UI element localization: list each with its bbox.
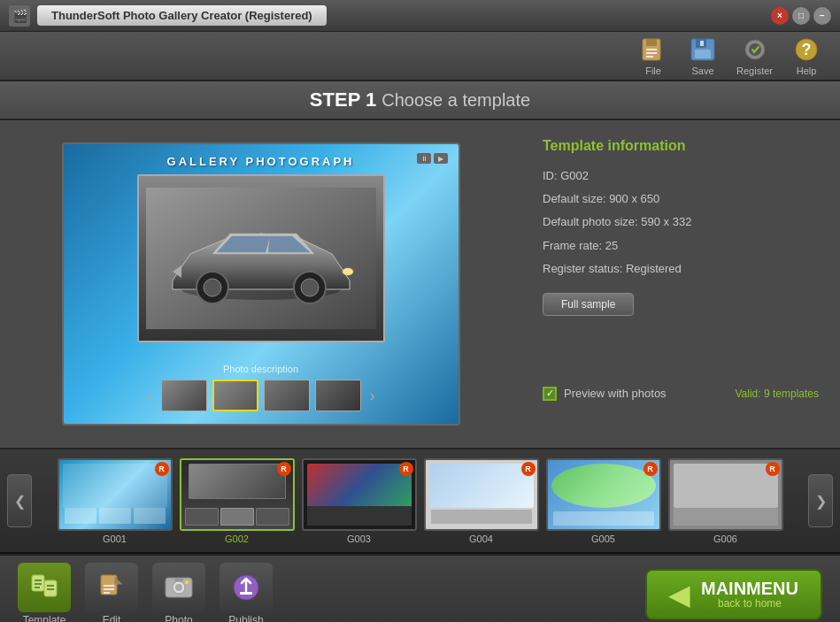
svg-text:?: ? (802, 41, 812, 58)
svg-point-19 (343, 268, 353, 275)
template-id-g004: G004 (469, 534, 493, 544)
edit-nav-icon (85, 563, 138, 612)
svg-rect-34 (174, 578, 183, 581)
preview-pane: GALLERY PHOTOGRAPH ⏸ ▶ (0, 120, 521, 448)
template-item-g005[interactable]: R G005 (546, 458, 661, 544)
register-status-row: Register status: Registered (543, 261, 819, 277)
svg-point-10 (749, 43, 761, 56)
gallery-label: GALLERY PHOTOGRAPH (167, 155, 355, 168)
svg-point-18 (301, 279, 319, 296)
svg-point-35 (185, 580, 189, 584)
save-label: Save (691, 65, 713, 76)
thumbnail-3[interactable] (264, 380, 310, 411)
valid-label: Valid: 9 templates (736, 388, 820, 400)
template-item-g004[interactable]: R G004 (424, 458, 539, 544)
nav-photo[interactable]: Photo (152, 563, 205, 622)
nav-edit[interactable]: Edit (85, 563, 138, 622)
mainmenu-label: MAINMENU (701, 580, 798, 597)
nav-publish-label: Publish (228, 614, 263, 622)
register-label: Register (736, 65, 773, 76)
file-button[interactable]: File (637, 35, 669, 76)
template-preview: GALLERY PHOTOGRAPH ⏸ ▶ (62, 142, 460, 426)
info-pane: Template information ID: G002 Default si… (521, 120, 840, 448)
preview-with-photos-row: ✓ Preview with photos Valid: 9 templates (543, 387, 819, 401)
nav-publish[interactable]: Publish (220, 563, 273, 622)
svg-rect-20 (32, 575, 44, 591)
svg-point-16 (204, 279, 221, 296)
restore-button[interactable]: □ (792, 7, 810, 25)
minimize-button[interactable]: − (813, 7, 831, 25)
nav-template-label: Template (23, 614, 66, 622)
svg-rect-8 (700, 41, 704, 46)
svg-rect-7 (695, 50, 711, 58)
template-id-g002: G002 (225, 534, 249, 544)
step-description: Choose a template (381, 90, 530, 111)
nav-edit-label: Edit (103, 614, 121, 622)
template-items: R G001 R G002 (35, 458, 805, 544)
badge-g006: R (766, 462, 780, 476)
file-icon (637, 35, 669, 64)
help-button[interactable]: ? Help (790, 35, 822, 76)
carousel-next-arrow[interactable]: ❯ (808, 474, 833, 527)
default-size-row: Default size: 900 x 650 (543, 191, 819, 207)
svg-point-33 (175, 584, 182, 591)
template-id-g006: G006 (713, 534, 737, 544)
template-item-g001[interactable]: R G001 (58, 458, 173, 544)
thumbnail-4[interactable] (315, 380, 361, 411)
template-item-g003[interactable]: R G003 (302, 458, 417, 544)
badge-g001: R (155, 462, 169, 476)
template-thumb-g004: R (424, 458, 539, 531)
template-thumb-g002: R (180, 458, 295, 531)
template-nav-icon (18, 563, 71, 612)
close-button[interactable]: × (771, 7, 789, 25)
save-icon (687, 35, 719, 64)
help-icon: ? (790, 35, 822, 64)
badge-g002: R (277, 462, 291, 476)
pause-button[interactable]: ⏸ (417, 153, 431, 164)
step-number: STEP 1 (310, 88, 376, 111)
save-button[interactable]: Save (687, 35, 719, 76)
svg-rect-1 (646, 39, 657, 46)
main-content: GALLERY PHOTOGRAPH ⏸ ▶ (0, 120, 840, 448)
titlebar: 🎬 ThunderSoft Photo Gallery Creator (Reg… (0, 0, 840, 32)
next-thumb-arrow[interactable]: › (366, 387, 379, 405)
preview-label: Preview with photos (564, 387, 667, 400)
badge-g004: R (521, 462, 536, 476)
playback-controls: ⏸ ▶ (417, 153, 448, 164)
help-label: Help (797, 65, 817, 76)
mainmenu-arrow-icon: ◀ (668, 578, 690, 611)
template-carousel: ❮ R G001 (0, 448, 840, 554)
thumbnail-strip: ‹ › (64, 376, 459, 415)
prev-thumb-arrow[interactable]: ‹ (143, 387, 156, 405)
carousel-prev-arrow[interactable]: ❮ (7, 474, 32, 527)
template-thumb-g006: R (668, 458, 783, 531)
template-thumb-g003: R (302, 458, 417, 531)
register-button[interactable]: Register (736, 35, 773, 76)
play-button[interactable]: ▶ (434, 153, 448, 164)
step-header: STEP 1 Choose a template (0, 81, 840, 120)
app-title: ThunderSoft Photo Gallery Creator (Regis… (37, 5, 327, 26)
mainmenu-button[interactable]: ◀ MAINMENU back to home (645, 569, 822, 620)
template-thumb-g005: R (546, 458, 661, 531)
template-item-g006[interactable]: R G006 (668, 458, 783, 544)
svg-rect-24 (44, 580, 57, 596)
car-image (146, 188, 376, 329)
photo-nav-icon (152, 563, 205, 612)
nav-template[interactable]: Template (18, 563, 71, 622)
window-controls: × □ − (771, 7, 831, 25)
app-icon: 🎬 (9, 5, 30, 27)
template-id-g005: G005 (591, 534, 615, 544)
template-id-row: ID: G002 (543, 168, 819, 184)
template-thumb-g001: R (58, 458, 173, 531)
thumbnail-1[interactable] (161, 380, 207, 411)
svg-rect-37 (240, 592, 252, 595)
full-sample-button[interactable]: Full sample (543, 293, 634, 316)
photo-size-row: Default photo size: 590 x 332 (543, 214, 819, 230)
template-item-g002[interactable]: R G002 (180, 458, 295, 544)
frame-rate-row: Frame rate: 25 (543, 238, 819, 254)
preview-checkbox[interactable]: ✓ (543, 387, 557, 401)
thumbnail-2[interactable] (212, 380, 258, 411)
register-icon (739, 35, 771, 64)
publish-nav-icon (220, 563, 273, 612)
toolbar: File Save Register ? (0, 32, 840, 81)
